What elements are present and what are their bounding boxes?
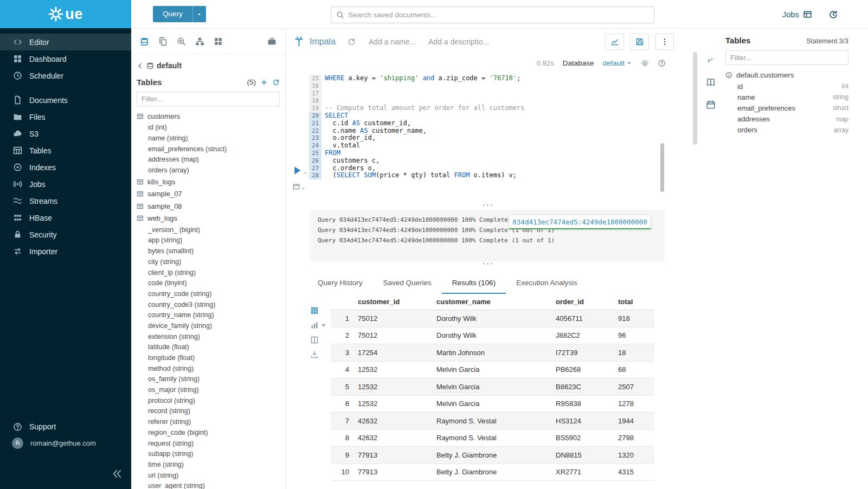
sidebar-item-importer[interactable]: Importer (0, 243, 131, 260)
chart-button[interactable] (605, 34, 624, 50)
sidebar-item-tables[interactable]: Tables (0, 142, 131, 159)
column-item[interactable]: _version_ (bigint) (137, 224, 280, 235)
back-chevron-icon[interactable] (137, 62, 144, 69)
sidebar-item-documents[interactable]: Documents (0, 92, 131, 108)
run-button[interactable] (292, 165, 308, 176)
column-item[interactable]: referer (string) (137, 416, 280, 427)
breadcrumb-database[interactable]: default (157, 61, 182, 70)
column-item[interactable]: latitude (float) (137, 342, 280, 353)
schedule-icon[interactable] (706, 100, 716, 112)
column-item[interactable]: email_preferencesstruct (725, 102, 848, 113)
job-id-link[interactable]: 034d413ec7474ed5:4249de1000000000 (509, 215, 651, 229)
global-search[interactable] (331, 7, 654, 23)
editor-settings-button[interactable] (292, 183, 306, 191)
column-item[interactable]: extension (string) (137, 331, 280, 342)
column-item[interactable]: namestring (725, 92, 848, 102)
code-editor[interactable]: 15WHERE a.key = 'shipping' and a.zip_cod… (309, 75, 661, 179)
table-row[interactable]: 412532Melvin GarciaPB626868 (331, 362, 654, 379)
column-item[interactable]: client_ip (string) (137, 267, 280, 278)
refresh-icon[interactable] (272, 79, 280, 86)
panel-scrollbar[interactable] (693, 52, 697, 145)
collapse-sidebar-button[interactable] (112, 468, 123, 481)
table-row[interactable]: 1077913Betty J. GiambroneXR27714315 (331, 464, 654, 481)
column-item[interactable]: request (string) (137, 438, 280, 449)
table-row[interactable]: 742632Raymond S. VestalHS31241944 (331, 413, 654, 430)
add-table-icon[interactable] (260, 79, 268, 86)
new-query-dropdown[interactable] (192, 6, 206, 22)
column-item[interactable]: time (string) (137, 459, 280, 470)
more-actions-button[interactable] (655, 34, 674, 50)
table-row[interactable]: 317254Martin JohnsonI72T3918 (331, 344, 654, 362)
column-item[interactable]: user_agent (string) (137, 480, 280, 489)
database-select[interactable]: default (602, 59, 632, 67)
query-name-input[interactable] (369, 37, 423, 46)
assist-filter[interactable] (725, 50, 848, 65)
engine-label[interactable]: Impala (310, 37, 336, 47)
table-filter-input[interactable] (142, 95, 275, 103)
column-item[interactable]: addressesmap (725, 114, 848, 125)
search-plus-icon[interactable] (177, 37, 186, 46)
sitemap-icon[interactable] (195, 37, 204, 46)
download-button[interactable] (310, 350, 328, 359)
jobs-link[interactable]: Jobs (782, 10, 812, 19)
table-row[interactable]: 612532Melvin GarciaR9S8381278 (331, 396, 654, 413)
table-row[interactable]: 275012Dorothy WilkJ882C296 (331, 327, 654, 345)
sidebar-item-support[interactable]: Support (0, 419, 131, 435)
tab-results-106[interactable]: Results (106) (442, 274, 506, 294)
sidebar-item-dashboard[interactable]: Dashboard (0, 50, 131, 67)
column-item[interactable]: addresses (map) (137, 155, 280, 165)
resize-handle[interactable] (310, 263, 665, 265)
assist-active-table[interactable]: default.customers (725, 71, 848, 79)
assist-filter-input[interactable] (730, 54, 844, 62)
editor-scrollbar[interactable] (660, 143, 664, 192)
sidebar-item-streams[interactable]: Streams (0, 192, 131, 209)
functions-icon[interactable]: x² (706, 55, 716, 67)
column-item[interactable]: app (string) (137, 235, 280, 246)
table-row[interactable]: 175012Dorothy Wilk4056711918 (331, 310, 654, 327)
columns-button[interactable] (310, 336, 328, 344)
settings-gear-icon[interactable] (641, 59, 649, 67)
table-item[interactable]: sample_08 (137, 200, 280, 213)
hue-logo[interactable]: ue (0, 0, 131, 28)
query-history-small-icon[interactable] (348, 37, 356, 46)
apps-grid-icon[interactable] (214, 37, 223, 46)
help-icon[interactable] (658, 59, 666, 67)
resize-handle[interactable] (310, 204, 665, 206)
tab-query-history[interactable]: Query History (307, 274, 373, 294)
column-item[interactable]: name (string) (137, 133, 280, 144)
column-item[interactable]: device_family (string) (137, 320, 280, 331)
sidebar-item-s3[interactable]: S3 (0, 125, 131, 142)
table-row[interactable]: 842632Raymond S. VestalBS59022798 (331, 430, 654, 447)
new-query-button[interactable]: Query (153, 6, 206, 22)
tab-execution-analysis[interactable]: Execution Analysis (506, 274, 588, 294)
chart-view-button[interactable] (310, 321, 328, 330)
table-row[interactable]: 512532Melvin GarciaB8623C2507 (331, 378, 654, 396)
column-item[interactable]: ordersarray (725, 125, 848, 136)
sidebar-item-indexes[interactable]: Indexes (0, 159, 131, 176)
column-item[interactable]: country_name (string) (137, 310, 280, 320)
sidebar-item-editor[interactable]: Editor (0, 34, 131, 50)
search-input[interactable] (348, 11, 649, 19)
sidebar-item-hbase[interactable]: HBase (0, 209, 131, 226)
column-item[interactable]: region_code (bigint) (137, 427, 280, 438)
sidebar-item-security[interactable]: Security (0, 226, 131, 243)
column-item[interactable]: bytes (smallint) (137, 246, 280, 256)
databases-icon[interactable] (140, 37, 149, 46)
column-item[interactable]: url (string) (137, 470, 280, 481)
sidebar-item-romain-gethue-com[interactable]: Rromain@gethue.com (0, 435, 131, 451)
documents-copy-icon[interactable] (158, 37, 168, 46)
tab-saved-queries[interactable]: Saved Queries (373, 274, 442, 294)
table-item[interactable]: sample_07 (137, 188, 280, 200)
column-item[interactable]: country_code (string) (137, 288, 280, 299)
query-history-icon[interactable] (828, 10, 838, 20)
column-item[interactable]: id (int) (137, 123, 280, 133)
toolbox-icon[interactable] (267, 37, 277, 46)
grid-view-button[interactable] (310, 306, 328, 315)
column-item[interactable]: record (string) (137, 406, 280, 417)
column-item[interactable]: email_preferences (struct) (137, 144, 280, 155)
column-item[interactable]: os_major (string) (137, 384, 280, 395)
column-item[interactable]: subapp (string) (137, 448, 280, 459)
column-item[interactable]: orders (array) (137, 165, 280, 176)
query-description-input[interactable] (428, 37, 496, 46)
language-reference-icon[interactable] (706, 78, 716, 89)
